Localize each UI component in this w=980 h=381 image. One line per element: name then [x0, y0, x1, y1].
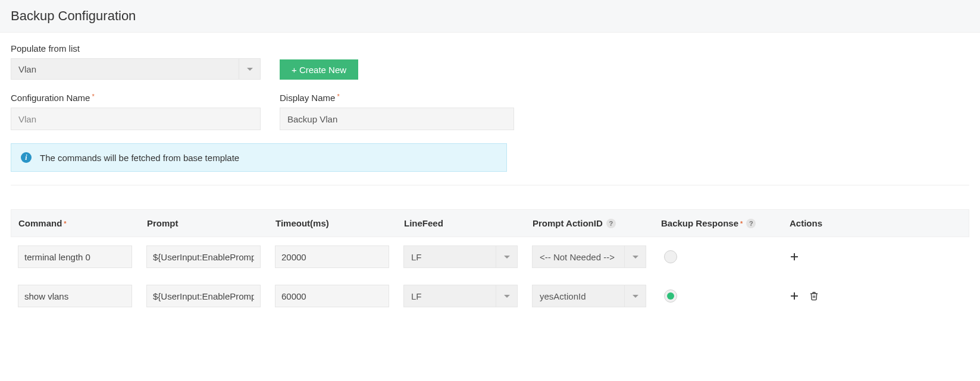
required-marker: * — [92, 93, 94, 100]
command-input[interactable] — [18, 245, 132, 268]
populate-select[interactable]: Vlan — [11, 58, 261, 80]
name-row: Configuration Name* Display Name* — [11, 93, 969, 130]
help-icon[interactable]: ? — [746, 219, 756, 228]
display-name-label: Display Name* — [280, 93, 514, 103]
chevron-down-icon — [496, 285, 517, 307]
header-linefeed: LineFeed — [404, 218, 533, 228]
timeout-input[interactable] — [275, 245, 389, 268]
header-backup-response: Backup Response* ? — [661, 218, 790, 228]
chevron-down-icon — [624, 285, 646, 307]
populate-select-value: Vlan — [11, 64, 239, 74]
plus-icon — [789, 251, 800, 262]
table-header: Command* Prompt Timeout(ms) LineFeed Pro… — [11, 209, 969, 237]
command-table: Command* Prompt Timeout(ms) LineFeed Pro… — [11, 209, 969, 316]
prompt-input[interactable] — [146, 285, 261, 307]
header-command: Command* — [18, 218, 147, 228]
radio-selected-icon — [667, 292, 674, 300]
info-banner-text: The commands will be fetched from base t… — [40, 153, 239, 163]
page-title: Backup Configuration — [0, 0, 980, 33]
trash-icon — [809, 291, 819, 301]
required-marker: * — [64, 220, 66, 227]
display-name-input[interactable] — [280, 108, 514, 130]
populate-label: Populate from list — [11, 43, 261, 53]
required-marker: * — [740, 220, 743, 227]
header-timeout: Timeout(ms) — [275, 218, 404, 228]
linefeed-select[interactable]: LF — [403, 245, 518, 268]
config-name-label: Configuration Name* — [11, 93, 261, 103]
populate-row: Populate from list Vlan + Create New — [11, 43, 969, 80]
table-row: LF yesActionId — [11, 276, 969, 316]
plus-icon — [789, 291, 800, 301]
info-banner: i The commands will be fetched from base… — [11, 143, 507, 172]
backup-response-radio[interactable] — [664, 289, 677, 303]
delete-row-button[interactable] — [809, 291, 819, 301]
config-name-input — [11, 108, 261, 130]
prompt-action-select[interactable]: yesActionId — [532, 285, 646, 307]
add-row-button[interactable] — [789, 251, 800, 262]
linefeed-select[interactable]: LF — [403, 285, 518, 307]
add-row-button[interactable] — [789, 291, 800, 301]
help-icon[interactable]: ? — [606, 219, 616, 228]
divider — [11, 185, 969, 185]
header-prompt: Prompt — [147, 218, 275, 228]
create-new-button[interactable]: + Create New — [280, 59, 358, 80]
chevron-down-icon — [624, 246, 646, 267]
config-name-group: Configuration Name* — [11, 93, 261, 130]
prompt-input[interactable] — [146, 245, 261, 268]
content-area: Populate from list Vlan + Create New Con… — [0, 33, 980, 326]
header-actions: Actions — [790, 218, 962, 228]
header-prompt-action: Prompt ActionID ? — [533, 218, 661, 228]
backup-response-radio[interactable] — [664, 250, 677, 263]
chevron-down-icon — [496, 246, 517, 267]
table-row: LF <-- Not Needed --> — [11, 237, 969, 276]
command-input[interactable] — [18, 285, 132, 307]
required-marker: * — [337, 93, 339, 100]
timeout-input[interactable] — [275, 285, 389, 307]
prompt-action-select[interactable]: <-- Not Needed --> — [532, 245, 646, 268]
populate-group: Populate from list Vlan — [11, 43, 261, 80]
chevron-down-icon — [239, 58, 260, 80]
info-icon: i — [21, 152, 32, 163]
display-name-group: Display Name* — [280, 93, 514, 130]
